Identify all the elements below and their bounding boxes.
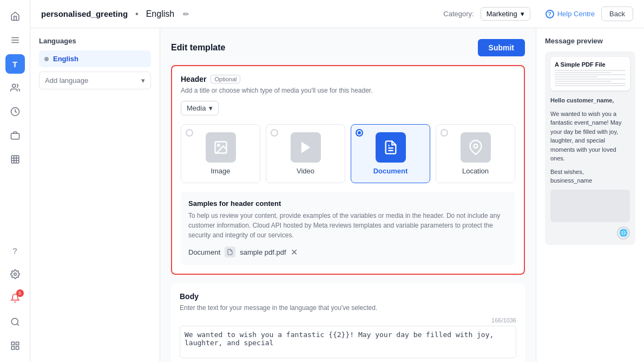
edit-template-title: Edit template bbox=[171, 43, 225, 53]
bell-icon[interactable]: 5 bbox=[5, 288, 25, 308]
samples-description: To help us review your content, provide … bbox=[188, 211, 508, 240]
pdf-line bbox=[555, 72, 612, 73]
category-value: Marketing bbox=[487, 10, 517, 18]
pdf-line bbox=[555, 76, 597, 77]
notification-badge: 5 bbox=[16, 289, 24, 297]
image-card-label: Image bbox=[211, 167, 230, 175]
add-lang-chevron-icon: ▾ bbox=[141, 76, 145, 85]
pdf-line bbox=[555, 83, 626, 84]
avatar-icon[interactable]: T bbox=[5, 54, 25, 74]
body-description: Enter the text for your message in the l… bbox=[180, 304, 516, 312]
document-radio bbox=[356, 129, 363, 137]
document-media-card[interactable]: Document bbox=[351, 124, 430, 183]
add-language-label: Add language bbox=[45, 76, 88, 85]
location-media-card[interactable]: Location bbox=[436, 124, 515, 183]
briefcase-icon[interactable] bbox=[5, 126, 25, 145]
question-icon[interactable]: ? bbox=[5, 241, 25, 260]
optional-badge: Optional bbox=[211, 75, 240, 83]
header-section: Header Optional Add a title or choose wh… bbox=[171, 65, 525, 275]
topbar-language: English bbox=[146, 9, 174, 19]
preview-footer-text: Best wishes,business_name bbox=[550, 167, 630, 185]
svg-rect-12 bbox=[16, 347, 18, 350]
edit-template-header: Edit template Submit bbox=[171, 39, 525, 56]
category-label: Category: bbox=[443, 10, 474, 18]
media-label: Media bbox=[187, 104, 206, 112]
body-section-title: Body bbox=[180, 292, 199, 301]
pdf-title: A Simple PDF File bbox=[555, 61, 626, 68]
pdf-preview: A Simple PDF File bbox=[550, 57, 630, 90]
globe-icon: 🌐 bbox=[617, 227, 630, 240]
char-count: 166/1036 bbox=[180, 317, 516, 324]
body-textarea[interactable]: We wanted to wish you a fantastic {{2}}!… bbox=[180, 326, 516, 358]
center-panel: Edit template Submit Header Optional Add… bbox=[160, 28, 536, 362]
left-panel: Languages English Add language ▾ bbox=[30, 28, 160, 362]
pdf-line bbox=[555, 70, 626, 71]
header-description: Add a title or choose which type of medi… bbox=[181, 87, 515, 94]
remove-file-button[interactable]: ✕ bbox=[291, 247, 298, 257]
header-title-row: Header Optional bbox=[181, 75, 515, 83]
search-icon[interactable] bbox=[5, 312, 25, 332]
message-preview-bubble: A Simple PDF File Hello customer_name, bbox=[545, 51, 635, 245]
preview-body-text: We wanted to wish you a fantastic event_… bbox=[550, 109, 630, 163]
grid-icon[interactable] bbox=[5, 336, 25, 355]
group-icon[interactable] bbox=[5, 78, 25, 98]
svg-point-7 bbox=[14, 273, 16, 276]
submit-button[interactable]: Submit bbox=[478, 39, 525, 56]
home-icon[interactable] bbox=[5, 7, 25, 26]
separator: • bbox=[135, 9, 139, 19]
preview-title: Message preview bbox=[545, 37, 635, 45]
svg-rect-5 bbox=[11, 133, 19, 139]
video-icon-container bbox=[291, 132, 321, 163]
image-media-card[interactable]: Image bbox=[181, 124, 260, 183]
english-lang-item[interactable]: English bbox=[39, 50, 151, 67]
preview-greeting: Hello customer_name, bbox=[550, 96, 630, 105]
svg-point-3 bbox=[12, 84, 15, 87]
samples-section: Samples for header content To help us re… bbox=[181, 192, 515, 265]
back-button[interactable]: Back bbox=[601, 7, 633, 21]
location-card-label: Location bbox=[462, 167, 489, 175]
pdf-line bbox=[555, 81, 612, 82]
lang-status-dot bbox=[44, 57, 49, 61]
building-icon[interactable] bbox=[5, 150, 25, 169]
pdf-line bbox=[555, 79, 626, 80]
image-icon-container bbox=[206, 132, 236, 163]
image-radio bbox=[186, 129, 193, 137]
menu-icon[interactable] bbox=[5, 30, 25, 50]
video-media-card[interactable]: Video bbox=[266, 124, 345, 183]
add-language-dropdown[interactable]: Add language ▾ bbox=[39, 72, 151, 89]
svg-rect-10 bbox=[11, 342, 14, 345]
globe-icon-container: 🌐 bbox=[550, 227, 630, 240]
template-name: personalised_greeting bbox=[41, 9, 128, 18]
topbar: personalised_greeting • English ✏ Catego… bbox=[30, 0, 644, 28]
pdf-line bbox=[555, 74, 626, 75]
media-cards-grid: Image Video bbox=[181, 124, 515, 183]
right-panel: Message preview A Simple PDF File bbox=[536, 28, 644, 362]
document-icon-container bbox=[376, 132, 406, 163]
media-chevron-icon: ▾ bbox=[209, 104, 213, 112]
languages-title: Languages bbox=[39, 37, 151, 45]
samples-file-row: Document sample pdf.pdf ✕ bbox=[188, 247, 508, 257]
document-label: Document bbox=[188, 248, 220, 256]
category-dropdown[interactable]: Marketing ▾ bbox=[481, 7, 530, 21]
pdf-line bbox=[555, 85, 626, 86]
body-section: Body Enter the text for your message in … bbox=[171, 283, 525, 362]
svg-point-8 bbox=[11, 318, 18, 325]
category-chevron-icon: ▾ bbox=[521, 10, 524, 18]
preview-footer-bar bbox=[550, 190, 630, 222]
content-area: Languages English Add language ▾ Edit te… bbox=[30, 28, 644, 362]
lang-label: English bbox=[53, 55, 78, 63]
samples-title: Samples for header content bbox=[188, 199, 508, 208]
video-radio bbox=[271, 129, 278, 137]
help-button[interactable]: ? Help Centre bbox=[546, 10, 595, 18]
main-content: personalised_greeting • English ✏ Catego… bbox=[30, 0, 644, 362]
media-type-dropdown[interactable]: Media ▾ bbox=[181, 101, 219, 115]
svg-rect-11 bbox=[16, 342, 18, 345]
edit-icon[interactable]: ✏ bbox=[183, 10, 189, 18]
clock-icon[interactable] bbox=[5, 102, 25, 121]
file-name-label: sample pdf.pdf bbox=[240, 248, 286, 256]
gear-icon[interactable] bbox=[5, 264, 25, 284]
location-icon-container bbox=[461, 132, 491, 163]
svg-rect-13 bbox=[11, 347, 14, 350]
pdf-lines bbox=[555, 70, 626, 86]
video-card-label: Video bbox=[297, 167, 314, 175]
